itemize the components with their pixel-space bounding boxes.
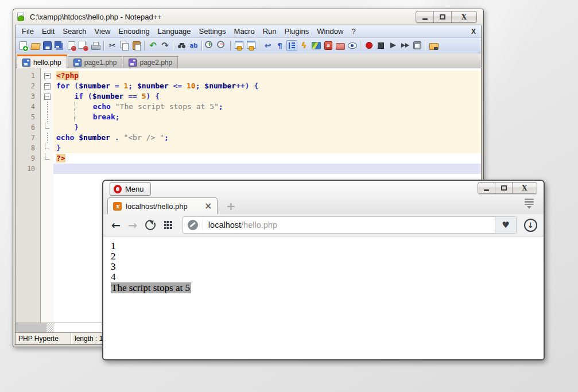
opera-logo-icon [114,185,122,193]
menu-item-settings[interactable]: Settings [195,27,230,36]
close-file-icon[interactable] [66,40,77,51]
zoom-in-icon[interactable] [205,40,216,51]
menu-item-macro[interactable]: Macro [230,27,259,36]
indent-guide-icon[interactable] [286,40,297,51]
macro-record-icon[interactable] [363,40,374,51]
macro-save-icon[interactable] [412,40,422,51]
speed-dial-button[interactable] [164,221,172,229]
macro-play-icon[interactable] [387,40,398,51]
url-host: localhost [208,220,241,230]
notepadpp-titlebar[interactable]: C:\xampp\htdocs\hello.php - Notepad++ X [15,9,482,25]
closed-tabs-button[interactable] [525,199,534,212]
find-icon[interactable] [176,40,187,51]
replace-icon[interactable] [188,40,199,51]
fold-margin[interactable] [41,91,53,102]
toolbar-separator [144,41,145,51]
code-line: 1<?php [15,71,481,81]
code-line: 6 } [15,122,481,133]
folder-as-workspace-icon[interactable] [335,40,346,51]
tab-page2.php[interactable]: page2.php [123,56,178,68]
browser-tab[interactable]: x localhost/hello.php × [107,197,218,214]
tab-page1.php[interactable]: page1.php [68,56,123,68]
scrollbar-thumb[interactable] [15,323,46,332]
sync-vertical-scroll-icon[interactable] [234,40,245,51]
menu-item-file[interactable]: File [18,27,38,36]
cut-icon[interactable] [107,40,118,51]
menu-item-edit[interactable]: Edit [38,27,59,36]
open-file-icon[interactable] [30,40,41,51]
menu-item-search[interactable]: Search [59,27,90,36]
download-button[interactable]: ↓ [524,219,537,232]
opera-menu-button[interactable]: Menu [110,182,151,196]
opera-close-button[interactable]: X [513,183,537,193]
view-eye-icon[interactable] [347,40,358,51]
saved-file-icon [129,59,137,67]
forward-button[interactable]: → [126,220,139,231]
notepadpp-window-controls: X [416,11,477,23]
print-icon[interactable] [90,40,101,51]
stack-bar-icon [525,204,534,205]
code-text: echo $number . "<br /> "; [53,133,481,143]
new-file-icon[interactable] [18,40,29,51]
save-all-icon[interactable] [54,40,65,51]
status-doc-type: PHP Hyperte [15,333,71,344]
opera-maximize-button[interactable] [495,183,513,193]
site-badge-icon[interactable] [188,220,198,230]
fold-margin [41,102,53,112]
menu-item-view[interactable]: View [91,27,115,36]
maximize-button[interactable] [434,11,452,22]
output-line: 3 [111,262,544,272]
close-all-icon[interactable] [78,40,89,51]
menubar-close-document-button[interactable]: X [471,28,481,36]
toolbar-separator [230,41,231,51]
tab-hello.php[interactable]: hello.php [17,55,67,68]
macro-run-multiple-icon[interactable] [399,40,410,51]
zoom-out-icon[interactable] [217,40,228,51]
code-text [53,164,481,174]
redo-icon[interactable] [160,40,170,51]
saved-file-icon [73,59,82,67]
menu-item-window[interactable]: Window [313,27,347,36]
opera-titlebar[interactable]: Menu X [103,181,544,195]
macro-stop-icon[interactable] [375,40,386,51]
save-icon[interactable] [42,40,53,51]
code-line: 4 echo "The script stops at 5"; [15,102,481,112]
line-number: 10 [15,164,41,174]
tab-close-button[interactable]: × [204,202,212,211]
load-session-icon[interactable] [428,40,439,51]
sync-horizontal-scroll-icon[interactable] [246,40,257,51]
code-text: <?php [53,71,481,81]
function-completion-icon[interactable] [298,40,309,51]
menu-item-plugins[interactable]: Plugins [281,27,313,36]
line-number: 9 [15,153,41,164]
menu-item-encoding[interactable]: Encoding [115,27,154,36]
new-tab-button[interactable]: + [226,202,236,210]
fold-margin[interactable] [41,71,53,81]
url-text[interactable]: localhost/hello.php [208,220,495,230]
reload-button[interactable] [145,220,156,230]
bookmark-heart-button[interactable]: ♥ [495,217,516,233]
scrollbar-track[interactable] [46,323,54,332]
document-map-icon[interactable] [311,40,321,51]
show-all-characters-icon[interactable] [274,40,285,51]
stack-bar-icon [525,199,534,200]
undo-icon[interactable] [148,40,158,51]
back-button[interactable]: ← [110,220,122,231]
minimize-button[interactable] [416,11,434,22]
paste-icon[interactable] [131,40,142,51]
fold-margin [41,153,53,164]
copy-icon[interactable] [119,40,130,51]
menu-item-language[interactable]: Language [154,27,195,36]
opera-minimize-button[interactable] [478,183,495,193]
code-line: 2for ($number = 1; $number <= 10; $numbe… [15,81,481,91]
close-button[interactable]: X [452,11,476,22]
menu-item-run[interactable]: Run [259,27,281,36]
fold-margin[interactable] [41,81,53,91]
address-bar[interactable]: localhost/hello.php ♥ [183,216,517,234]
word-wrap-icon[interactable] [262,40,273,51]
menu-item-help[interactable]: ? [347,27,359,36]
code-line: 9?> [15,153,481,164]
launch-in-browser-icon[interactable] [323,40,333,51]
close-icon: X [461,13,467,21]
xampp-favicon-icon: x [113,202,122,211]
